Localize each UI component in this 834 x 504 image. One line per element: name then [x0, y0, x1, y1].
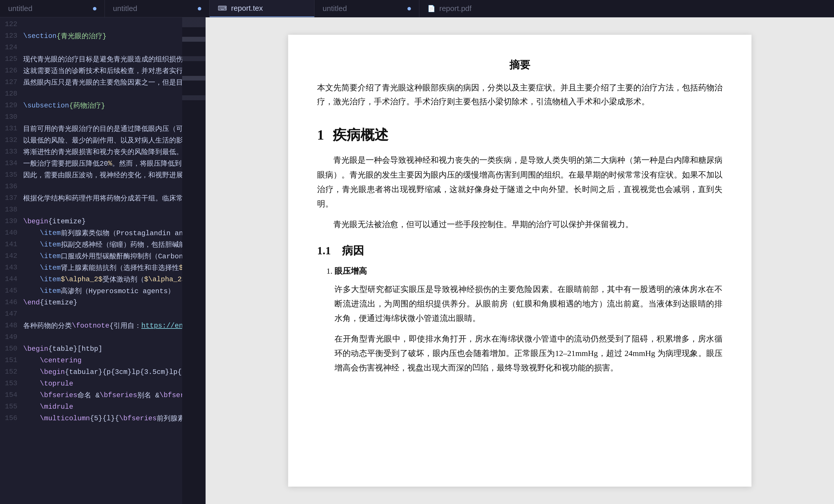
cmd-centering: \centering [40, 356, 82, 365]
pdf-content: 摘要 本文先简要介绍了青光眼这种眼部疾病的病因，分类以及主要症状。并且主要介绍了… [288, 35, 751, 487]
cmd-item-145: \item [40, 287, 61, 295]
code-line-135: 因此，需要由眼压波动，视神经的变化，和视野进展不断地重新评估和改变目标压... [23, 169, 182, 181]
ln-128: 128 [0, 88, 17, 100]
abstract-title: 摘要 [317, 58, 723, 72]
code-line-123: \section{青光眼的治疗} [23, 30, 182, 42]
code-line-150: \begin{table}[htbp] [23, 343, 182, 354]
ln-145: 145 [0, 285, 17, 297]
code-line-147 [23, 308, 182, 320]
ln-147: 147 [0, 308, 17, 320]
ln-130: 130 [0, 111, 17, 123]
section1-title-text: 疾病概述 [333, 126, 388, 144]
ln-144: 144 [0, 273, 17, 285]
cmd-toprule: \toprule [40, 380, 73, 388]
math-144a: $\alpha_2$ [61, 276, 103, 283]
url-148[interactable]: https://en.wikipedia.org/wiki/G... [141, 322, 182, 330]
editor-pane: 122 123 124 125 126 127 128 129 130 131 … [0, 17, 205, 504]
tex-icon: ⌨ [218, 5, 227, 12]
ln-126: 126 [0, 65, 17, 76]
cause-body1-text: 许多大型研究都证实眼压是导致视神经损伤的主要危险因素。在眼睛前部，其中有一股透明… [334, 285, 723, 323]
tab-bar: untitled untitled ⌨ report.tex untitled … [0, 0, 834, 17]
text-154b: 别名 & [137, 391, 159, 400]
ln-133: 133 [0, 146, 17, 158]
code-line-138 [23, 204, 182, 216]
subsection11-title-text: 病因 [342, 244, 364, 257]
code-line-148: 各种药物的分类\footnote{引用自：https://en.wikipedi… [23, 320, 182, 331]
minimap [182, 17, 205, 504]
ln-123: 123 [0, 30, 17, 42]
main-content: 122 123 124 125 126 127 128 129 130 131 … [0, 17, 834, 504]
code-line-143: \item 肾上腺素能拮抗剂（选择性和非选择性$\beta_1$受体拮抗剂）（A… [23, 262, 182, 273]
code-line-136 [23, 181, 182, 192]
text-133: 将渐进性的青光眼损害和视力丧失的风险降到最低。一旦视神经受损，就可能会逐... [23, 147, 182, 156]
cmd-bfseries-1: \bfseries [40, 391, 78, 399]
text-148a: 各种药物的分类 [23, 321, 72, 330]
tab-label-5: report.pdf [439, 4, 573, 13]
tab-untitled-2[interactable]: untitled [105, 0, 210, 17]
indent-154 [23, 391, 40, 399]
indent-152 [23, 368, 40, 376]
ln-154: 154 [0, 389, 17, 401]
text-125: 现代青光眼的治疗目标是避免青光眼造成的组织损伤和神经损伤，以最小的副作用... [23, 54, 182, 64]
code-area[interactable]: \section{青光眼的治疗} 现代青光眼的治疗目标是避免青光眼造成的组织损伤… [23, 17, 182, 504]
ln-138: 138 [0, 204, 17, 216]
ln-140: 140 [0, 227, 17, 239]
tab-label-2: untitled [113, 4, 195, 13]
code-line-132: 以最低的风险、最少的副作用、以及对病人生活的影响最小的治疗方案，同时需要... [23, 134, 182, 146]
code-line-124 [23, 42, 182, 53]
ln-151: 151 [0, 354, 17, 366]
pdf-pane[interactable]: 摘要 本文先简要介绍了青光眼这种眼部疾病的病因，分类以及主要症状。并且主要介绍了… [205, 17, 834, 504]
tab-dot-1 [93, 7, 96, 10]
tab-report-pdf[interactable]: 📄 report.pdf [419, 0, 581, 17]
cmd-item-143: \item [40, 264, 61, 272]
ln-149: 149 [0, 331, 17, 343]
text-126: 这就需要适当的诊断技术和后续检查，并对患者实行个性化的治疗措施。 [23, 66, 182, 75]
cmd-midrule: \midrule [40, 403, 73, 411]
cmd-bfseries-2: \bfseries [100, 391, 137, 399]
indent-141 [23, 241, 40, 248]
code-line-145: \item 高渗剂（Hyperosmotic agents） [23, 285, 182, 297]
text-135: 因此，需要由眼压波动，视神经的变化，和视野进展不断地重新评估和改变目标压... [23, 170, 182, 180]
brace-section-title: {青光眼的治疗} [57, 31, 107, 41]
pdf-icon: 📄 [427, 5, 435, 13]
indent-142 [23, 252, 40, 260]
code-line-144: \item $\alpha_2$受体激动剂（$\alpha_2$ agonist… [23, 273, 182, 285]
cmd-item-142: \item [40, 252, 61, 260]
indent-151 [23, 356, 40, 365]
cmd-footnote: \footnote [72, 322, 109, 330]
code-line-125: 现代青光眼的治疗目标是避免青光眼造成的组织损伤和神经损伤，以最小的副作用... [23, 53, 182, 65]
ln-129: 129 [0, 100, 17, 111]
text-143a: 肾上腺素能拮抗剂（选择性和非选择性 [61, 263, 179, 272]
text-144b: 受体激动剂（ [103, 275, 144, 284]
abstract-text: 本文先简要介绍了青光眼这种眼部疾病的病因，分类以及主要症状。并且主要介绍了主要的… [317, 83, 723, 106]
tab-label-1: untitled [8, 4, 90, 13]
tab-untitled-4[interactable]: untitled [314, 0, 419, 17]
cmd-bfseries-4: \bfseries [119, 415, 157, 422]
code-line-139: \begin{itemize} [23, 216, 182, 227]
code-line-153: \toprule [23, 378, 182, 389]
ln-150: 150 [0, 343, 17, 354]
cmd-multicolumn: \multicolumn [40, 415, 90, 422]
ln-139: 139 [0, 216, 17, 227]
tab-label-4: untitled [323, 4, 404, 13]
text-154a: 命名 & [77, 391, 100, 400]
ln-146: 146 [0, 297, 17, 308]
section1-title: 1 疾病概述 [317, 126, 723, 144]
code-line-137: 根据化学结构和药理作用将药物分成若干组。临床常用药物包括\upcite{余敏斌.… [23, 192, 182, 204]
cause-body1: 许多大型研究都证实眼压是导致视神经损伤的主要危险因素。在眼睛前部，其中有一股透明… [334, 282, 723, 326]
code-line-128 [23, 88, 182, 100]
tab-report-tex[interactable]: ⌨ report.tex [210, 0, 314, 17]
code-line-151: \centering [23, 354, 182, 366]
cmd-begin-table: \begin [23, 345, 48, 353]
code-line-131: 目前可用的青光眼治疗的目的是通过降低眼内压（可能会对神经造成进一步损害）... [23, 123, 182, 134]
text-134a: 一般治疗需要把眼压降低20 [23, 159, 108, 168]
cmd-item-144: \item [40, 276, 61, 283]
cmd-subsection: \subsection [23, 102, 69, 109]
code-line-126: 这就需要适当的诊断技术和后续检查，并对患者实行个性化的治疗措施。 [23, 65, 182, 76]
text-137a: 根据化学结构和药理作用将药物分成若干组。临床常用药物包括 [23, 194, 182, 203]
section1-body2-text: 青光眼无法被治愈，但可以通过一些手段控制住。早期的治疗可以保护并保留视力。 [333, 220, 633, 229]
cause-body2: 在开角型青光眼中，即使排水角打开，房水在海绵状微小管道中的流动仍然受到了阻碍，积… [334, 332, 723, 375]
tab-untitled-1[interactable]: untitled [0, 0, 105, 17]
ln-134: 134 [0, 158, 17, 169]
code-line-141: \item 拟副交感神经（缩瞳）药物，包括胆碱能和抗胆碱酯酶剂 [23, 239, 182, 250]
